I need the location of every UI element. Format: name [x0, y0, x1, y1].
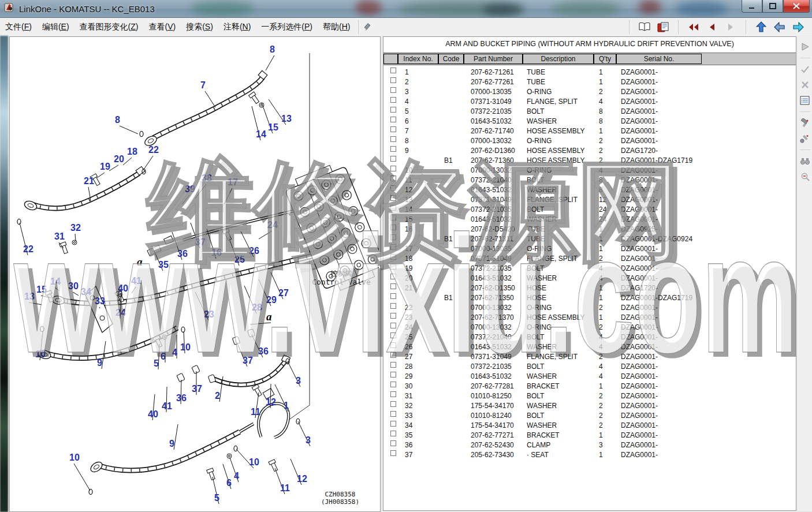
table-row[interactable]: 16207-62-D5420TUBE1DZAG0925-: [384, 225, 795, 234]
table-row[interactable]: 2407000-13032O-RING2DZAG0001-: [384, 323, 795, 332]
callout-24[interactable]: 24: [267, 221, 278, 230]
config-hammer-icon[interactable]: [799, 117, 811, 129]
callout-27[interactable]: 27: [278, 289, 289, 298]
play-icon[interactable]: [799, 41, 811, 53]
callout-6[interactable]: 6: [226, 479, 232, 488]
callout-37[interactable]: 37: [243, 356, 253, 365]
callout-5[interactable]: 5: [214, 494, 219, 503]
table-row[interactable]: 34175-54-34170WASHER2DZAG0001-: [384, 421, 795, 431]
row-checkbox[interactable]: [390, 244, 396, 250]
column-header-Serial No.[interactable]: Serial No.: [616, 54, 702, 64]
row-checkbox[interactable]: [390, 97, 396, 103]
binoculars-icon[interactable]: [799, 155, 811, 167]
row-checkbox[interactable]: [390, 264, 396, 270]
pencil-icon[interactable]: [361, 20, 375, 34]
callout-20[interactable]: 20: [114, 155, 124, 164]
callout-12[interactable]: 12: [266, 398, 276, 407]
callout-22[interactable]: 22: [23, 245, 33, 254]
table-row[interactable]: 3301010-81240BOLT2DZAG0001-: [384, 411, 795, 421]
callout-37[interactable]: 37: [192, 384, 202, 394]
row-checkbox[interactable]: [390, 293, 396, 299]
callout-32[interactable]: 32: [70, 223, 81, 233]
row-checkbox[interactable]: [390, 195, 396, 201]
row-checkbox[interactable]: [390, 254, 396, 260]
row-checkbox[interactable]: [390, 205, 396, 211]
callout-10[interactable]: 10: [180, 343, 191, 352]
callout-3[interactable]: 3: [306, 436, 311, 445]
row-checkbox[interactable]: [390, 323, 396, 328]
table-row[interactable]: 1307371-31049FLANGE, SPLIT12DZAG0001-: [384, 195, 795, 205]
table-row[interactable]: 2901643-51032WASHER4DZAG0001-: [384, 372, 795, 382]
table-row[interactable]: 35207-62-77271BRACKET1DZAG0001-: [384, 431, 795, 440]
table-row[interactable]: 507372-21035BOLT8DZAG0001-: [384, 107, 795, 117]
row-checkbox[interactable]: [390, 87, 396, 93]
table-row[interactable]: 2601643-51032WASHER4DZAG0001-: [384, 342, 795, 352]
table-row[interactable]: B1207-62-71360HOSE ASSEMBLY2DZAG0001-DZA…: [384, 156, 795, 166]
navigate-up-icon[interactable]: [754, 20, 768, 34]
table-row[interactable]: 2507372-21040BOLT4DZAG0001-: [384, 332, 795, 342]
row-checkbox[interactable]: [390, 225, 396, 230]
callout-17[interactable]: 17: [228, 178, 238, 187]
row-checkbox[interactable]: [390, 274, 396, 279]
row-checkbox[interactable]: [390, 382, 396, 387]
callout-39[interactable]: 39: [185, 185, 195, 194]
callout-10[interactable]: 10: [69, 453, 80, 462]
callout-2[interactable]: 2: [215, 391, 220, 401]
parts-book-icon[interactable]: [656, 20, 670, 34]
callout-24[interactable]: 24: [116, 308, 126, 317]
callout-4[interactable]: 4: [234, 472, 239, 481]
table-row[interactable]: 1201643-51032WASHER8DZAG0001-: [384, 185, 795, 195]
maximize-button[interactable]: [762, 0, 783, 13]
callout-6[interactable]: 6: [161, 352, 166, 361]
callout-26[interactable]: 26: [249, 246, 259, 256]
menu-item-3[interactable]: 查看(V): [144, 19, 181, 35]
table-row[interactable]: 36207-62-52430CLAMP3DZAG0001-: [384, 440, 795, 450]
callout-7[interactable]: 7: [200, 81, 206, 90]
menu-item-5[interactable]: 注释(N): [218, 19, 256, 35]
column-header-Part Number[interactable]: Part Number: [464, 54, 523, 64]
row-checkbox[interactable]: [390, 411, 396, 417]
row-checkbox[interactable]: [390, 342, 396, 348]
callout-11[interactable]: 11: [280, 484, 290, 493]
callout-19[interactable]: 19: [100, 162, 110, 171]
callout-14[interactable]: 14: [50, 277, 61, 286]
callout-36[interactable]: 36: [176, 394, 187, 403]
table-row[interactable]: 2207000-13032O-RING2DZAG0001-: [384, 303, 795, 313]
row-checkbox[interactable]: [390, 283, 396, 289]
table-row[interactable]: 1907372-21035BOLT4DZAG0001-: [384, 264, 795, 274]
row-checkbox[interactable]: [390, 175, 396, 181]
row-checkbox[interactable]: [390, 362, 396, 368]
table-row[interactable]: 1707000-13035O-RING1DZAG0001-: [384, 244, 795, 254]
callout-29[interactable]: 29: [266, 296, 277, 305]
view-label-a[interactable]: a: [137, 257, 143, 267]
menu-item-4[interactable]: 搜索(S): [181, 19, 218, 35]
table-row[interactable]: 2807372-21035BOLT4DZAG0001-: [384, 362, 795, 372]
table-row[interactable]: 37205-62-73430· SEAT1DZAG0001-: [384, 450, 795, 460]
callout-25[interactable]: 25: [234, 255, 245, 264]
callout-12[interactable]: 12: [297, 474, 307, 484]
row-checkbox[interactable]: [390, 372, 396, 378]
callout-16[interactable]: 16: [211, 248, 222, 257]
row-checkbox[interactable]: [390, 234, 396, 240]
callout-41[interactable]: 41: [131, 276, 141, 286]
table-row[interactable]: 2001643-51032WASHER4DZAG0001-: [384, 274, 795, 283]
menu-item-2[interactable]: 查看图形变化(Z): [75, 19, 144, 35]
menu-item-1[interactable]: 编辑(E): [37, 19, 75, 35]
table-row[interactable]: 1407372-21035BOLT24DZAG0001-: [384, 205, 795, 215]
callout-28[interactable]: 28: [252, 303, 262, 312]
table-row[interactable]: 407371-31049FLANGE, SPLIT4DZAG0001-: [384, 97, 795, 107]
callout-37[interactable]: 37: [195, 238, 206, 247]
table-row[interactable]: 23207-62-71370HOSE ASSEMBLY1DZAG0001-: [384, 313, 795, 323]
callout-40[interactable]: 40: [148, 410, 158, 419]
callout-11[interactable]: 11: [251, 408, 260, 417]
table-row[interactable]: 2707371-31049FLANGE, SPLIT2DZAG0001-: [384, 352, 795, 362]
row-checkbox[interactable]: [390, 450, 396, 456]
callout-30[interactable]: 30: [68, 282, 79, 291]
row-checkbox[interactable]: [390, 77, 396, 83]
callout-3[interactable]: 3: [296, 376, 301, 386]
table-row[interactable]: 1107372-21040BOLT8DZAG0001-: [384, 175, 795, 185]
row-checkbox[interactable]: [390, 185, 396, 191]
row-checkbox[interactable]: [390, 303, 396, 309]
callout-18[interactable]: 18: [127, 147, 137, 156]
navigate-forward-icon[interactable]: [791, 20, 805, 34]
